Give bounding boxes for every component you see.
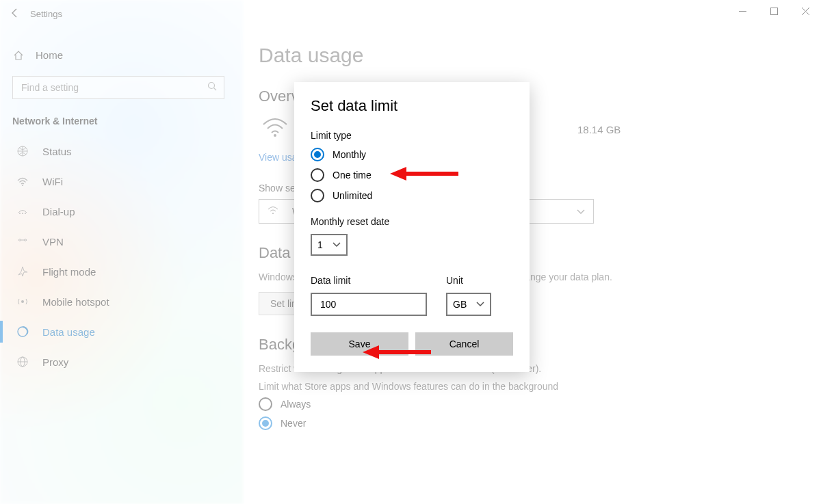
radio-label: Unlimited <box>333 190 372 201</box>
unit-select[interactable]: GB <box>446 293 491 316</box>
sidebar-home[interactable]: Home <box>12 49 231 61</box>
chevron-down-icon <box>333 242 341 248</box>
unit-label: Unit <box>446 275 491 286</box>
svg-point-11 <box>274 134 276 137</box>
unit-value: GB <box>453 299 467 310</box>
svg-rect-0 <box>770 8 777 14</box>
wifi-large-icon <box>259 115 291 144</box>
search-icon <box>207 81 217 94</box>
svg-point-12 <box>272 213 274 214</box>
data-limit-field[interactable] <box>319 298 419 310</box>
bg-limit-label: Limit what Store apps and Windows featur… <box>259 381 614 392</box>
sidebar-item-label: Proxy <box>42 356 68 368</box>
data-limit-input[interactable] <box>311 293 427 316</box>
save-button[interactable]: Save <box>311 332 408 356</box>
dialup-icon <box>15 205 30 217</box>
sidebar-item-label: Dial-up <box>42 206 75 217</box>
close-button[interactable] <box>790 0 821 22</box>
sidebar-home-label: Home <box>36 49 63 61</box>
search-field[interactable] <box>20 81 198 94</box>
back-button[interactable] <box>0 8 30 21</box>
vpn-icon <box>15 235 30 248</box>
home-icon <box>12 50 25 61</box>
radio-icon <box>311 189 324 202</box>
radio-label: Always <box>281 399 311 410</box>
sidebar-item-flight-mode[interactable]: Flight mode <box>12 256 231 287</box>
sidebar-item-wifi[interactable]: WiFi <box>12 166 231 196</box>
hotspot-icon <box>15 295 30 308</box>
wifi-small-icon <box>268 206 278 217</box>
minimize-button[interactable] <box>727 0 758 22</box>
sidebar-item-label: Data usage <box>42 326 95 338</box>
radio-label: One time <box>333 170 372 181</box>
window-title: Settings <box>30 9 62 19</box>
search-input[interactable] <box>12 76 224 99</box>
limit-type-monthly[interactable]: Monthly <box>311 148 513 161</box>
sidebar-item-dialup[interactable]: Dial-up <box>12 196 231 226</box>
chevron-down-icon <box>577 206 585 217</box>
globe-icon <box>15 145 30 157</box>
sidebar-item-label: Flight mode <box>42 266 96 278</box>
sidebar: Home Network & Internet Status WiFi Dial… <box>0 27 243 504</box>
radio-icon <box>259 416 272 430</box>
reset-date-select[interactable]: 1 <box>311 234 348 256</box>
airplane-icon <box>15 265 30 278</box>
titlebar: Settings <box>0 0 821 27</box>
sidebar-section-heading: Network & Internet <box>12 116 231 127</box>
radio-icon <box>259 397 272 411</box>
sidebar-item-data-usage[interactable]: Data usage <box>12 317 231 347</box>
window-controls <box>727 0 821 22</box>
sidebar-item-label: Mobile hotspot <box>42 296 109 308</box>
bg-option-never[interactable]: Never <box>259 416 807 430</box>
sidebar-nav: Status WiFi Dial-up VPN Flight mode Mobi… <box>12 136 231 377</box>
svg-point-4 <box>19 213 21 214</box>
sidebar-item-label: VPN <box>42 236 64 248</box>
limit-type-label: Limit type <box>311 130 513 141</box>
sidebar-item-proxy[interactable]: Proxy <box>12 347 231 377</box>
radio-icon <box>311 168 324 182</box>
limit-type-one-time[interactable]: One time <box>311 168 513 182</box>
sidebar-item-vpn[interactable]: VPN <box>12 226 231 256</box>
sidebar-item-label: WiFi <box>42 176 63 187</box>
data-usage-icon <box>15 326 30 338</box>
svg-point-1 <box>209 83 215 89</box>
maximize-button[interactable] <box>758 0 790 22</box>
dialog-title: Set data limit <box>311 97 513 115</box>
proxy-icon <box>15 356 30 368</box>
radio-selected-icon <box>311 148 324 161</box>
chevron-down-icon <box>476 302 484 307</box>
usage-value: 18.14 GB <box>577 124 621 135</box>
reset-date-value: 1 <box>317 239 323 250</box>
set-data-limit-dialog: Set data limit Limit type Monthly One ti… <box>294 82 530 372</box>
wifi-icon <box>15 175 30 187</box>
cancel-button[interactable]: Cancel <box>415 332 513 356</box>
svg-point-7 <box>21 300 24 303</box>
svg-point-6 <box>25 213 26 214</box>
radio-label: Never <box>281 418 306 429</box>
bg-option-always[interactable]: Always <box>259 397 807 411</box>
svg-point-5 <box>22 213 23 214</box>
limit-type-unlimited[interactable]: Unlimited <box>311 189 513 202</box>
reset-date-label: Monthly reset date <box>311 216 513 227</box>
sidebar-item-mobile-hotspot[interactable]: Mobile hotspot <box>12 287 231 317</box>
sidebar-item-status[interactable]: Status <box>12 136 231 166</box>
page-title: Data usage <box>259 44 807 67</box>
sidebar-item-label: Status <box>42 146 72 157</box>
data-limit-label: Data limit <box>311 275 427 286</box>
svg-point-3 <box>22 185 23 186</box>
radio-label: Monthly <box>333 149 366 160</box>
